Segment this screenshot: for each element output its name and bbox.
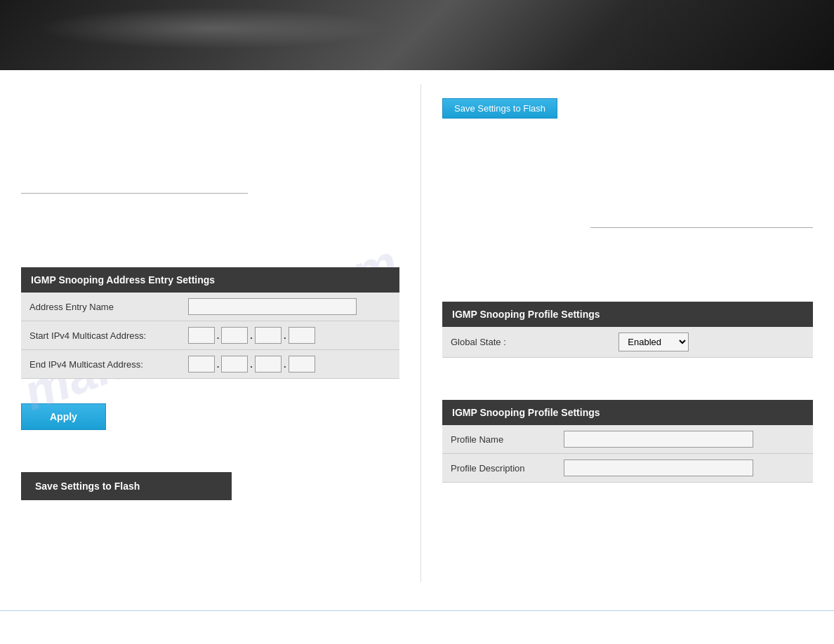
end-ipv4-octet3[interactable]: [255, 356, 282, 373]
start-ipv4-label: Start IPv4 Multicast Address:: [21, 321, 180, 350]
start-ipv4-octet1[interactable]: [188, 327, 215, 344]
address-entry-settings-table: IGMP Snooping Address Entry Settings Add…: [21, 267, 399, 379]
address-entry-name-input[interactable]: [188, 298, 357, 315]
profile-description-label: Profile Description: [442, 454, 555, 483]
table-row: Profile Name: [442, 425, 813, 454]
start-ipv4-octet3[interactable]: [255, 327, 282, 344]
address-entry-table-title: IGMP Snooping Address Entry Settings: [21, 267, 399, 293]
table-row: Global State : Enabled Disabled: [442, 327, 813, 358]
start-ipv4-octet4[interactable]: [289, 327, 315, 344]
right-panel: Save Settings to Flash IGMP Snooping Pro…: [421, 84, 834, 582]
end-ipv4-label: End IPv4 Multicast Address:: [21, 350, 180, 379]
end-ipv4-octet1[interactable]: [188, 356, 215, 373]
global-state-select[interactable]: Enabled Disabled: [618, 333, 689, 351]
save-settings-bottom-button[interactable]: Save Settings to Flash: [21, 472, 232, 500]
dot6: .: [283, 359, 287, 370]
end-ipv4-octet2[interactable]: [221, 356, 248, 373]
main-container: IGMP Snooping Address Entry Settings Add…: [0, 70, 834, 596]
end-ipv4-cell: . . .: [180, 350, 399, 379]
dot2: .: [249, 330, 253, 341]
profile-settings-bottom-title: IGMP Snooping Profile Settings: [442, 400, 813, 425]
address-entry-name-cell: [180, 293, 399, 321]
table-row: Profile Description: [442, 454, 813, 483]
dot4: .: [216, 359, 220, 370]
profile-name-input[interactable]: [564, 431, 753, 448]
dot3: .: [283, 330, 287, 341]
address-entry-name-label: Address Entry Name: [21, 293, 180, 321]
start-ipv4-octet2[interactable]: [221, 327, 248, 344]
profile-settings-bottom-table: IGMP Snooping Profile Settings Profile N…: [442, 400, 813, 483]
dot5: .: [249, 359, 253, 370]
left-section-line: [21, 193, 248, 194]
end-ipv4-octet4[interactable]: [289, 356, 315, 373]
start-ipv4-cell: . . .: [180, 321, 399, 350]
save-settings-top-button[interactable]: Save Settings to Flash: [442, 98, 557, 119]
profile-description-cell: [555, 454, 813, 483]
footer-line: [0, 610, 834, 611]
end-ipv4-input-group: . . .: [188, 356, 391, 373]
profile-description-input[interactable]: [564, 459, 753, 476]
profile-name-cell: [555, 425, 813, 454]
table-row: End IPv4 Multicast Address: . . .: [21, 350, 399, 379]
profile-settings-top-table: IGMP Snooping Profile Settings Global St…: [442, 302, 813, 358]
left-panel: IGMP Snooping Address Entry Settings Add…: [0, 84, 421, 582]
global-state-cell: Enabled Disabled: [610, 327, 813, 358]
dot1: .: [216, 330, 220, 341]
header-banner: [0, 0, 834, 70]
apply-button[interactable]: Apply: [21, 403, 106, 430]
right-section-line: [590, 227, 813, 228]
table-row: Start IPv4 Multicast Address: . . .: [21, 321, 399, 350]
profile-name-label: Profile Name: [442, 425, 555, 454]
start-ipv4-input-group: . . .: [188, 327, 391, 344]
table-row: Address Entry Name: [21, 293, 399, 321]
profile-settings-top-title: IGMP Snooping Profile Settings: [442, 302, 813, 327]
global-state-label: Global State :: [442, 327, 610, 358]
